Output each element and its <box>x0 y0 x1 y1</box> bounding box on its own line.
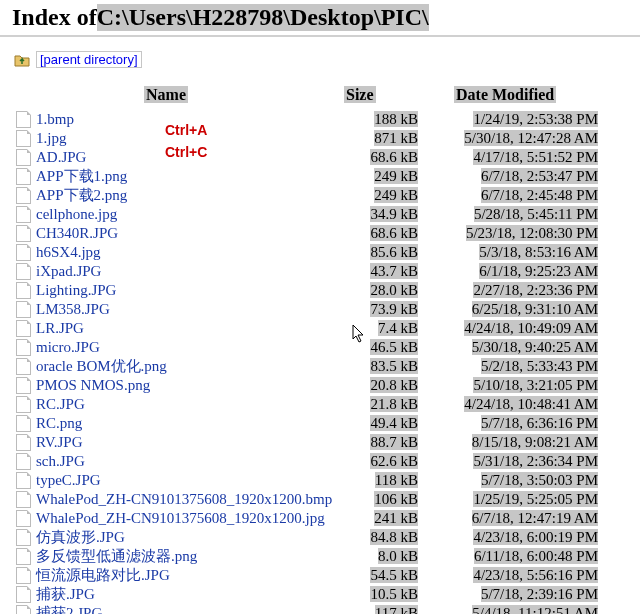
file-size: 68.6 kB <box>346 149 418 166</box>
file-date: 1/24/19, 2:53:38 PM <box>418 111 602 128</box>
file-size: 20.8 kB <box>346 377 418 394</box>
file-icon <box>14 415 32 432</box>
file-size: 84.8 kB <box>346 529 418 546</box>
table-row: RC.png49.4 kB5/7/18, 6:36:16 PM <box>14 414 626 433</box>
file-icon <box>14 149 32 166</box>
table-row: LR.JPG7.4 kB4/24/18, 10:49:09 AM <box>14 319 626 338</box>
file-icon <box>14 358 32 375</box>
file-icon <box>14 472 32 489</box>
file-icon <box>14 529 32 546</box>
table-row: h6SX4.jpg85.6 kB5/3/18, 8:53:16 AM <box>14 243 626 262</box>
table-row: 捕获.JPG10.5 kB5/7/18, 2:39:16 PM <box>14 585 626 604</box>
file-size: 241 kB <box>346 510 418 527</box>
file-size: 117 kB <box>346 605 418 614</box>
file-date: 5/23/18, 12:08:30 PM <box>418 225 602 242</box>
header-name[interactable]: Name <box>144 86 188 103</box>
file-date: 4/23/18, 5:56:16 PM <box>418 567 602 584</box>
file-name-link[interactable]: RV.JPG <box>32 434 346 451</box>
file-name-link[interactable]: Lighting.JPG <box>32 282 346 299</box>
file-name-link[interactable]: h6SX4.jpg <box>32 244 346 261</box>
file-icon <box>14 396 32 413</box>
file-date: 5/28/18, 5:45:11 PM <box>418 206 602 223</box>
file-size: 83.5 kB <box>346 358 418 375</box>
file-name-link[interactable]: LR.JPG <box>32 320 346 337</box>
file-date: 5/30/18, 9:40:25 AM <box>418 339 602 356</box>
file-name-link[interactable]: WhalePod_ZH-CN9101375608_1920x1200.jpg <box>32 510 346 527</box>
column-headers: Name Size Date Modified <box>14 86 626 104</box>
file-name-link[interactable]: RC.JPG <box>32 396 346 413</box>
table-row: Lighting.JPG28.0 kB2/27/18, 2:23:36 PM <box>14 281 626 300</box>
file-name-link[interactable]: 恒流源电路对比.JPG <box>32 566 346 585</box>
table-row: 恒流源电路对比.JPG54.5 kB4/23/18, 5:56:16 PM <box>14 566 626 585</box>
file-icon <box>14 282 32 299</box>
file-icon <box>14 225 32 242</box>
file-size: 249 kB <box>346 187 418 204</box>
file-date: 8/15/18, 9:08:21 AM <box>418 434 602 451</box>
file-name-link[interactable]: WhalePod_ZH-CN9101375608_1920x1200.bmp <box>32 491 346 508</box>
file-name-link[interactable]: iXpad.JPG <box>32 263 346 280</box>
file-icon <box>14 111 32 128</box>
file-size: 8.0 kB <box>346 548 418 565</box>
file-name-link[interactable]: oracle BOM优化.png <box>32 357 346 376</box>
file-size: 28.0 kB <box>346 282 418 299</box>
table-row: sch.JPG62.6 kB5/31/18, 2:36:34 PM <box>14 452 626 471</box>
table-row: 1.jpg871 kB5/30/18, 12:47:28 AM <box>14 129 626 148</box>
annotation-ctrl-c: Ctrl+C <box>165 144 207 160</box>
file-icon <box>14 130 32 147</box>
file-date: 4/24/18, 10:49:09 AM <box>418 320 602 337</box>
title-path: C:\Users\H228798\Desktop\PIC\ <box>97 4 429 31</box>
file-date: 4/17/18, 5:51:52 PM <box>418 149 602 166</box>
table-row: 仿真波形.JPG84.8 kB4/23/18, 6:00:19 PM <box>14 528 626 547</box>
file-name-link[interactable]: 捕获.JPG <box>32 585 346 604</box>
file-name-link[interactable]: APP下载1.png <box>32 167 346 186</box>
file-icon <box>14 263 32 280</box>
file-name-link[interactable]: typeC.JPG <box>32 472 346 489</box>
file-listing: Name Size Date Modified 1.bmp188 kB1/24/… <box>0 86 640 614</box>
file-date: 6/7/18, 12:47:19 AM <box>418 510 602 527</box>
table-row: APP下载2.png249 kB6/7/18, 2:45:48 PM <box>14 186 626 205</box>
file-size: 62.6 kB <box>346 453 418 470</box>
page-title: Index of C:\Users\H228798\Desktop\PIC\ <box>0 0 640 37</box>
table-row: LM358.JPG73.9 kB6/25/18, 9:31:10 AM <box>14 300 626 319</box>
file-size: 54.5 kB <box>346 567 418 584</box>
annotation-ctrl-a: Ctrl+A <box>165 122 207 138</box>
table-row: WhalePod_ZH-CN9101375608_1920x1200.jpg24… <box>14 509 626 528</box>
parent-directory-link[interactable]: [parent directory] <box>36 51 142 68</box>
header-date[interactable]: Date Modified <box>454 86 556 103</box>
file-name-link[interactable]: sch.JPG <box>32 453 346 470</box>
header-size[interactable]: Size <box>344 86 376 103</box>
file-name-link[interactable]: 仿真波形.JPG <box>32 528 346 547</box>
file-date: 4/24/18, 10:48:41 AM <box>418 396 602 413</box>
file-name-link[interactable]: 捕获2.JPG <box>32 604 346 614</box>
file-icon <box>14 605 32 614</box>
file-icon <box>14 586 32 603</box>
file-icon <box>14 491 32 508</box>
file-name-link[interactable]: RC.png <box>32 415 346 432</box>
folder-up-icon <box>14 52 30 68</box>
file-icon <box>14 510 32 527</box>
table-row: typeC.JPG118 kB5/7/18, 3:50:03 PM <box>14 471 626 490</box>
file-name-link[interactable]: APP下载2.png <box>32 186 346 205</box>
file-icon <box>14 206 32 223</box>
file-name-link[interactable]: CH340R.JPG <box>32 225 346 242</box>
table-row: CH340R.JPG68.6 kB5/23/18, 12:08:30 PM <box>14 224 626 243</box>
table-row: cellphone.jpg34.9 kB5/28/18, 5:45:11 PM <box>14 205 626 224</box>
file-icon <box>14 187 32 204</box>
table-row: oracle BOM优化.png83.5 kB5/2/18, 5:33:43 P… <box>14 357 626 376</box>
file-size: 43.7 kB <box>346 263 418 280</box>
file-size: 106 kB <box>346 491 418 508</box>
file-name-link[interactable]: PMOS NMOS.png <box>32 377 346 394</box>
table-row: 1.bmp188 kB1/24/19, 2:53:38 PM <box>14 110 626 129</box>
file-date: 6/7/18, 2:53:47 PM <box>418 168 602 185</box>
file-name-link[interactable]: 多反馈型低通滤波器.png <box>32 547 346 566</box>
file-date: 2/27/18, 2:23:36 PM <box>418 282 602 299</box>
file-name-link[interactable]: cellphone.jpg <box>32 206 346 223</box>
file-name-link[interactable]: LM358.JPG <box>32 301 346 318</box>
file-size: 871 kB <box>346 130 418 147</box>
title-prefix: Index of <box>12 4 97 31</box>
file-size: 85.6 kB <box>346 244 418 261</box>
table-row: RC.JPG21.8 kB4/24/18, 10:48:41 AM <box>14 395 626 414</box>
file-date: 6/7/18, 2:45:48 PM <box>418 187 602 204</box>
file-name-link[interactable]: micro.JPG <box>32 339 346 356</box>
file-date: 5/7/18, 2:39:16 PM <box>418 586 602 603</box>
